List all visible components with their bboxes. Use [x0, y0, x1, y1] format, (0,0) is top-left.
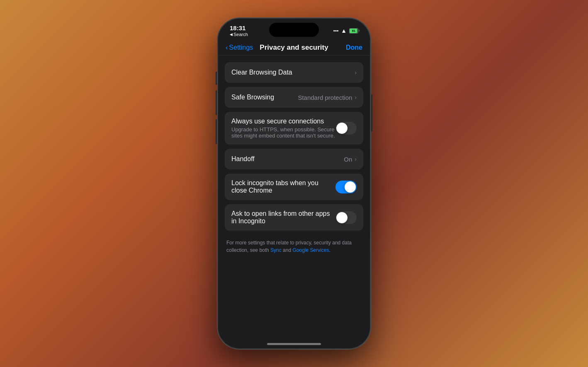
- home-indicator: [267, 343, 321, 345]
- toggle-knob-on: [345, 181, 356, 193]
- handoff-value: On: [344, 156, 352, 163]
- back-button[interactable]: ‹ Settings: [226, 44, 259, 51]
- lock-incognito-toggle[interactable]: [335, 181, 357, 193]
- clear-browsing-label: Clear Browsing Data: [231, 69, 355, 76]
- secure-connections-sublabel: Upgrade to HTTPS, when possible. Secure …: [231, 126, 335, 139]
- dynamic-island: [269, 23, 319, 37]
- ask-open-links-toggle[interactable]: [335, 211, 357, 224]
- wifi-icon: ▲: [341, 27, 347, 34]
- status-icons: ▪▪▪ ▲ 81: [333, 27, 358, 34]
- secure-connections-label: Always use secure connections: [231, 118, 335, 125]
- handoff-chevron-icon: ›: [355, 156, 357, 162]
- ask-open-links-group: Ask to open links from other apps in Inc…: [225, 204, 363, 231]
- safe-browsing-group: Safe Browsing Standard protection ›: [225, 87, 363, 108]
- clear-browsing-group: Clear Browsing Data ›: [225, 62, 363, 83]
- lock-incognito-group: Lock incognito tabs when you close Chrom…: [225, 174, 363, 200]
- safe-browsing-chevron-icon: ›: [355, 94, 357, 101]
- back-label: Settings: [229, 44, 253, 51]
- handoff-group: Handoff On ›: [225, 149, 363, 169]
- page-title: Privacy and security: [259, 43, 329, 52]
- clear-browsing-row[interactable]: Clear Browsing Data ›: [225, 62, 363, 83]
- status-time: 18:31: [230, 25, 248, 31]
- secure-connections-toggle[interactable]: [335, 122, 357, 135]
- sync-link[interactable]: Sync: [270, 247, 282, 253]
- safe-browsing-label: Safe Browsing: [231, 94, 298, 101]
- safe-browsing-value: Standard protection: [298, 94, 352, 101]
- lock-incognito-label: Lock incognito tabs when you close Chrom…: [231, 179, 335, 194]
- handoff-row[interactable]: Handoff On ›: [225, 149, 363, 169]
- ask-open-links-label: Ask to open links from other apps in Inc…: [231, 210, 335, 225]
- secure-connections-group: Always use secure connections Upgrade to…: [225, 112, 363, 145]
- status-search-back: Search: [230, 32, 248, 37]
- footer-note: For more settings that relate to privacy…: [225, 235, 363, 254]
- clear-browsing-chevron-icon: ›: [355, 69, 357, 76]
- signal-icon: ▪▪▪: [333, 28, 338, 34]
- battery-icon: 81: [349, 28, 358, 34]
- lock-incognito-row: Lock incognito tabs when you close Chrom…: [225, 174, 363, 200]
- back-chevron-icon: ‹: [226, 44, 228, 51]
- navigation-bar: ‹ Settings Privacy and security Done: [218, 39, 370, 56]
- settings-content: Clear Browsing Data › Safe Browsing Stan…: [218, 56, 370, 333]
- toggle-knob: [336, 123, 347, 134]
- footer-and: and: [282, 247, 293, 253]
- google-services-link[interactable]: Google Services: [292, 247, 329, 253]
- ask-open-links-row: Ask to open links from other apps in Inc…: [225, 204, 363, 231]
- footer-period: .: [329, 247, 330, 253]
- done-button[interactable]: Done: [329, 44, 362, 51]
- secure-connections-row: Always use secure connections Upgrade to…: [225, 112, 363, 145]
- toggle-knob-off: [336, 212, 347, 223]
- safe-browsing-row[interactable]: Safe Browsing Standard protection ›: [225, 87, 363, 108]
- handoff-label: Handoff: [231, 155, 344, 163]
